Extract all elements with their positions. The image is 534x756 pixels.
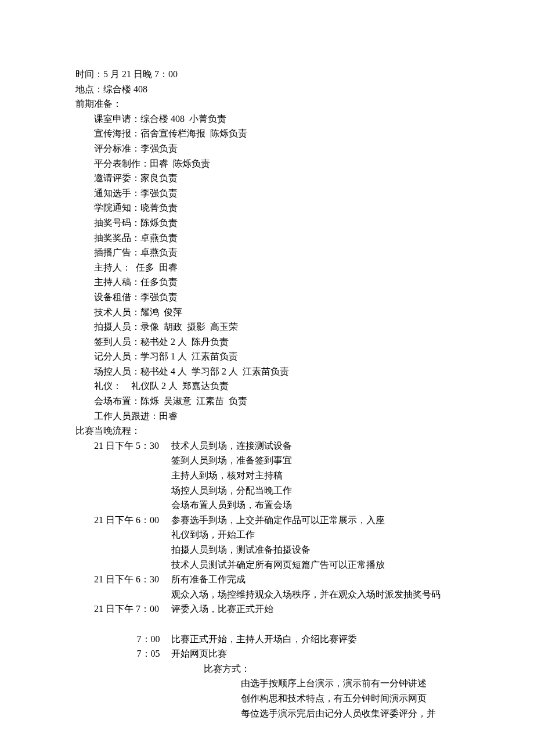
prep-item: 签到人员：秘书处 2 人 陈丹负责: [75, 334, 459, 350]
schedule-desc: 所有准备工作完成: [171, 572, 459, 587]
schedule-row: 拍摄人员到场，测试准备拍摄设备: [75, 542, 459, 557]
prep-item: 课室申请：综合楼 408 小菁负责: [75, 111, 459, 127]
schedule-time: [75, 557, 171, 573]
schedule-desc: 比赛正式开始，主持人开场白，介绍比赛评委: [171, 632, 459, 647]
prep-item: 宣传海报：宿舍宣传栏海报 陈烁负责: [75, 126, 459, 141]
prep-item: 评分标准：李强负责: [75, 141, 459, 156]
prep-item: 通知选手：李强负责: [75, 186, 459, 201]
schedule-time: 7：00: [75, 632, 171, 647]
schedule-row: 21 日下午 7：00评委入场，比赛正式开始: [75, 602, 459, 617]
prep-item: 设备租借：李强负责: [75, 290, 459, 305]
schedule-time: 21 日下午 7：00: [75, 602, 171, 617]
prep-item: 主持人： 任多 田睿: [75, 260, 459, 275]
method-label: 比赛方式：: [75, 661, 459, 676]
schedule-desc: 拍摄人员到场，测试准备拍摄设备: [171, 542, 459, 557]
schedule-time: 7：05: [75, 646, 171, 661]
prep-item: 邀请评委：家良负责: [75, 171, 459, 186]
schedule-row: 21 日下午 6：30所有准备工作完成: [75, 572, 459, 587]
schedule-row: 场控人员到场，分配当晚工作: [75, 483, 459, 498]
prep-title: 前期准备：: [75, 96, 459, 111]
schedule-row: 主持人到场，核对对主持稿: [75, 468, 459, 483]
schedule-row: 7：00比赛正式开始，主持人开场白，介绍比赛评委: [75, 632, 459, 647]
schedule-row: 21 日下午 6：00参赛选手到场，上交并确定作品可以正常展示，入座: [75, 513, 459, 528]
schedule-row: 技术人员测试并确定所有网页短篇广告可以正常播放: [75, 557, 459, 573]
schedule-time: [75, 542, 171, 557]
schedule-time: 21 日下午 5：30: [75, 438, 171, 453]
prep-item: 抽奖号码：陈烁负责: [75, 215, 459, 231]
flow-title: 比赛当晚流程：: [75, 423, 459, 438]
schedule-row: 观众入场，场控维持观众入场秩序，并在观众入场时派发抽奖号码: [75, 587, 459, 602]
schedule-row: 签到人员到场，准备签到事宜: [75, 453, 459, 468]
method-line: 创作构思和技术特点，有五分钟时间演示网页: [75, 691, 459, 706]
time-line: 时间：5 月 21 日晚 7：00: [75, 67, 459, 82]
schedule-list-2: 7：00比赛正式开始，主持人开场白，介绍比赛评委7：05开始网页比赛: [75, 632, 459, 661]
schedule-row: 会场布置人员到场，布置会场: [75, 498, 459, 513]
prep-item: 主持人稿：任多负责: [75, 275, 459, 290]
schedule-desc: 会场布置人员到场，布置会场: [171, 498, 459, 513]
schedule-row: 21 日下午 5：30技术人员到场，连接测试设备: [75, 438, 459, 453]
prep-item: 场控人员：秘书处 4 人 学习部 2 人 江素苗负责: [75, 364, 459, 379]
schedule-time: [75, 587, 171, 602]
gap: [75, 617, 459, 632]
schedule-row: 礼仪到场，开始工作: [75, 527, 459, 542]
prep-item: 抽奖奖品：卓燕负责: [75, 231, 459, 246]
schedule-desc: 礼仪到场，开始工作: [171, 527, 459, 542]
method-line: 由选手按顺序上台演示，演示前有一分钟讲述: [75, 676, 459, 691]
schedule-desc: 技术人员测试并确定所有网页短篇广告可以正常播放: [171, 557, 459, 573]
schedule-time: [75, 483, 171, 498]
schedule-time: [75, 453, 171, 468]
method-lines: 由选手按顺序上台演示，演示前有一分钟讲述创作构思和技术特点，有五分钟时间演示网页…: [75, 676, 459, 721]
prep-item: 拍摄人员：录像 胡政 摄影 高玉荣: [75, 319, 459, 334]
location-line: 地点：综合楼 408: [75, 82, 459, 97]
schedule-desc: 场控人员到场，分配当晚工作: [171, 483, 459, 498]
method-line: 每位选手演示完后由记分人员收集评委评分，并: [75, 706, 459, 721]
prep-item: 平分表制作：田睿 陈烁负责: [75, 156, 459, 171]
schedule-list: 21 日下午 5：30技术人员到场，连接测试设备签到人员到场，准备签到事宜主持人…: [75, 438, 459, 617]
schedule-time: [75, 527, 171, 542]
prep-list: 课室申请：综合楼 408 小菁负责宣传海报：宿舍宣传栏海报 陈烁负责评分标准：李…: [75, 111, 459, 423]
prep-item: 会场布置：陈烁 吴淑意 江素苗 负责: [75, 394, 459, 409]
schedule-row: 7：05开始网页比赛: [75, 646, 459, 661]
schedule-desc: 签到人员到场，准备签到事宜: [171, 453, 459, 468]
schedule-desc: 技术人员到场，连接测试设备: [171, 438, 459, 453]
schedule-desc: 观众入场，场控维持观众入场秩序，并在观众入场时派发抽奖号码: [171, 587, 459, 602]
prep-item: 记分人员：学习部 1 人 江素苗负责: [75, 349, 459, 364]
schedule-desc: 评委入场，比赛正式开始: [171, 602, 459, 617]
prep-item: 工作人员跟进：田睿: [75, 409, 459, 424]
schedule-time: 21 日下午 6：30: [75, 572, 171, 587]
schedule-time: [75, 468, 171, 483]
prep-item: 插播广告：卓燕负责: [75, 245, 459, 260]
schedule-desc: 参赛选手到场，上交并确定作品可以正常展示，入座: [171, 513, 459, 528]
schedule-desc: 主持人到场，核对对主持稿: [171, 468, 459, 483]
schedule-time: [75, 498, 171, 513]
schedule-time: 21 日下午 6：00: [75, 513, 171, 528]
prep-item: 技术人员：耀鸿 俊萍: [75, 305, 459, 320]
schedule-desc: 开始网页比赛: [171, 646, 459, 661]
prep-item: 学院通知：晓菁负责: [75, 200, 459, 215]
prep-item: 礼仪： 礼仪队 2 人 郑嘉达负责: [75, 379, 459, 394]
